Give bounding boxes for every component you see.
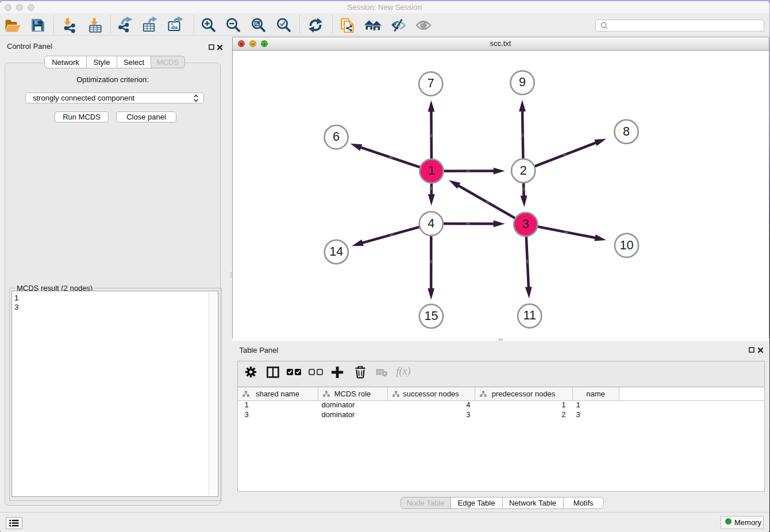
svg-text:15: 15: [424, 309, 438, 323]
svg-text:8: 8: [623, 125, 630, 138]
svg-text:14: 14: [329, 245, 343, 259]
svg-text:6: 6: [333, 130, 340, 144]
svg-text:3: 3: [522, 217, 529, 231]
svg-text:11: 11: [523, 309, 536, 322]
svg-text:7: 7: [428, 76, 434, 90]
svg-text:10: 10: [620, 238, 634, 252]
svg-text:9: 9: [519, 75, 526, 89]
svg-text:4: 4: [428, 217, 434, 230]
svg-text:1: 1: [428, 164, 435, 178]
svg-text:2: 2: [520, 164, 527, 178]
